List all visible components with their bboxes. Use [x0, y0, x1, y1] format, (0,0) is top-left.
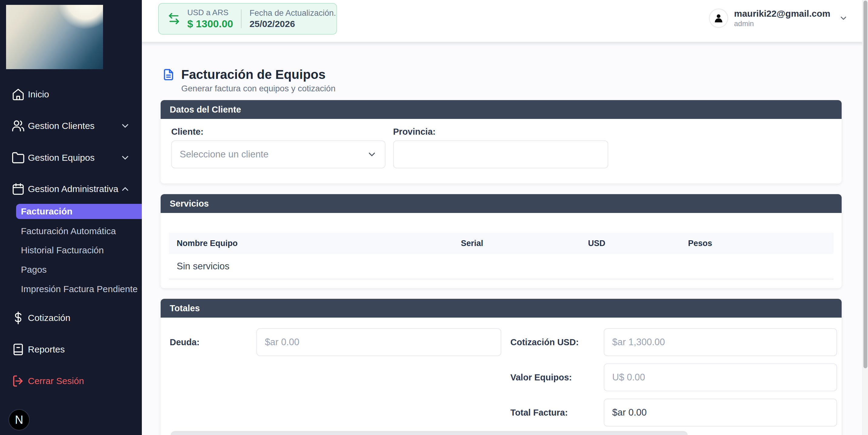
user-menu[interactable]: mauriki22@gmail.com admin: [709, 4, 848, 32]
column-header-usd: USD: [580, 233, 680, 254]
services-table: Nombre Equipo Serial USD Pesos Sin servi…: [169, 233, 833, 280]
folder-icon: [11, 151, 25, 165]
page-header: Facturación de Equipos Generar factura c…: [162, 68, 336, 93]
nextjs-dev-badge[interactable]: N: [8, 409, 30, 431]
table-header-row: Nombre Equipo Serial USD Pesos: [169, 233, 833, 254]
valor-equipos-input[interactable]: [604, 364, 837, 391]
sidebar-subitem-facturacion[interactable]: Facturación: [16, 204, 142, 219]
sidebar-item-label: Inicio: [28, 89, 49, 99]
cliente-select[interactable]: Seleccione un cliente: [171, 141, 385, 168]
divider: [241, 9, 242, 28]
swap-arrows-icon: [167, 12, 181, 25]
deuda-label: Deuda:: [170, 337, 256, 347]
exchange-date-value: 25/02/2026: [249, 19, 336, 29]
chevron-down-icon: [120, 152, 130, 163]
cliente-select-value: Seleccione un cliente: [180, 149, 269, 160]
services-panel: Servicios Nombre Equipo Serial USD Pesos…: [161, 194, 842, 288]
sidebar-item-cerrar-sesion[interactable]: Cerrar Sesión: [0, 373, 142, 388]
panel-title: Totales: [170, 303, 200, 313]
cotizacion-usd-label: Cotización USD:: [510, 337, 604, 347]
page-subtitle: Generar factura con equipos y cotización: [181, 84, 336, 93]
sidebar-subitem-impresion-factura-pendiente[interactable]: Impresión Factura Pendiente: [0, 282, 142, 297]
sidebar-item-label: Reportes: [28, 344, 65, 355]
topbar: USD a ARS $ 1300.00 Fecha de Actualizaci…: [142, 0, 868, 42]
sidebar-subitem-label: Impresión Factura Pendiente: [21, 284, 137, 294]
cotizacion-usd-input[interactable]: [604, 328, 837, 356]
logout-icon: [11, 374, 25, 388]
totals-panel: Totales Deuda: Cotización USD: Valor Equ…: [161, 299, 842, 435]
scrollbar-track: [862, 0, 868, 435]
sidebar-subitem-facturacion-automatica[interactable]: Facturación Automática: [0, 224, 142, 239]
column-header-nombre-equipo: Nombre Equipo: [169, 233, 453, 254]
cliente-label: Cliente:: [171, 127, 385, 137]
valor-equipos-label: Valor Equipos:: [510, 373, 604, 382]
sidebar-item-gestion-administrativa[interactable]: Gestion Administrativa: [0, 181, 142, 197]
sidebar-item-cotizacion[interactable]: Cotización: [0, 310, 142, 325]
home-icon: [11, 88, 25, 101]
sidebar-item-label: Cerrar Sesión: [28, 376, 84, 386]
exchange-pair-label: USD a ARS: [187, 8, 233, 17]
sidebar-item-label: Gestion Clientes: [28, 121, 95, 131]
chevron-down-icon[interactable]: [839, 13, 848, 23]
panel-header: Datos del Cliente: [161, 100, 842, 119]
total-factura-input[interactable]: [604, 399, 837, 427]
table-row-empty: Sin servicios: [169, 254, 833, 279]
sidebar-subitem-pagos[interactable]: Pagos: [0, 262, 142, 277]
avatar: [709, 8, 728, 28]
scrollbar-thumb[interactable]: [864, 1, 867, 368]
sidebar: Inicio Gestion Clientes Gestion Equipos: [0, 0, 142, 435]
user-role: admin: [734, 20, 830, 28]
sidebar-subitem-historial-facturacion[interactable]: Historial Facturación: [0, 243, 142, 258]
sidebar-item-reportes[interactable]: Reportes: [0, 342, 142, 357]
provincia-label: Provincia:: [393, 127, 608, 137]
sidebar-subitem-label: Historial Facturación: [21, 245, 104, 255]
page-title: Facturación de Equipos: [181, 68, 336, 81]
sidebar-item-gestion-equipos[interactable]: Gestion Equipos: [0, 150, 142, 165]
sidebar-subitem-label: Pagos: [21, 264, 47, 275]
total-factura-label: Total Factura:: [510, 408, 604, 418]
panel-title: Servicios: [170, 199, 209, 209]
user-email: mauriki22@gmail.com: [734, 8, 830, 19]
sidebar-item-gestion-clientes[interactable]: Gestion Clientes: [0, 118, 142, 134]
client-data-panel: Datos del Cliente Cliente: Seleccione un…: [161, 100, 842, 183]
dollar-icon: [11, 311, 25, 325]
person-icon: [713, 12, 725, 24]
badge-letter: N: [15, 413, 23, 427]
sidebar-item-label: Gestion Equipos: [28, 152, 95, 163]
calendar-icon: [11, 182, 25, 196]
panel-title: Datos del Cliente: [170, 105, 241, 115]
sidebar-item-label: Gestion Administrativa: [28, 184, 118, 194]
app-root: Inicio Gestion Clientes Gestion Equipos: [0, 0, 868, 435]
brand-logo-image: [6, 5, 103, 69]
chevron-up-icon: [120, 184, 130, 194]
sidebar-item-inicio[interactable]: Inicio: [0, 87, 142, 102]
sidebar-item-label: Cotización: [28, 313, 70, 323]
file-text-icon: [162, 68, 175, 83]
sidebar-subitem-label: Facturación: [21, 206, 72, 216]
column-header-serial: Serial: [453, 233, 580, 254]
sidebar-subitem-label: Facturación Automática: [21, 226, 116, 236]
panel-header: Totales: [161, 299, 842, 318]
chevron-down-icon: [367, 149, 377, 160]
users-icon: [11, 119, 25, 133]
deuda-input[interactable]: [256, 328, 501, 356]
provincia-input[interactable]: [393, 141, 608, 168]
chevron-down-icon: [120, 121, 130, 131]
panel-header: Servicios: [161, 194, 842, 213]
exchange-rate-value: $ 1300.00: [187, 18, 233, 30]
column-header-pesos: Pesos: [680, 233, 833, 254]
empty-state-text: Sin servicios: [169, 254, 833, 279]
book-icon: [11, 343, 25, 356]
exchange-date-label: Fecha de Actualización.: [249, 8, 336, 18]
cut-off-element: [170, 431, 688, 435]
exchange-rate-widget: USD a ARS $ 1300.00 Fecha de Actualizaci…: [158, 3, 337, 35]
